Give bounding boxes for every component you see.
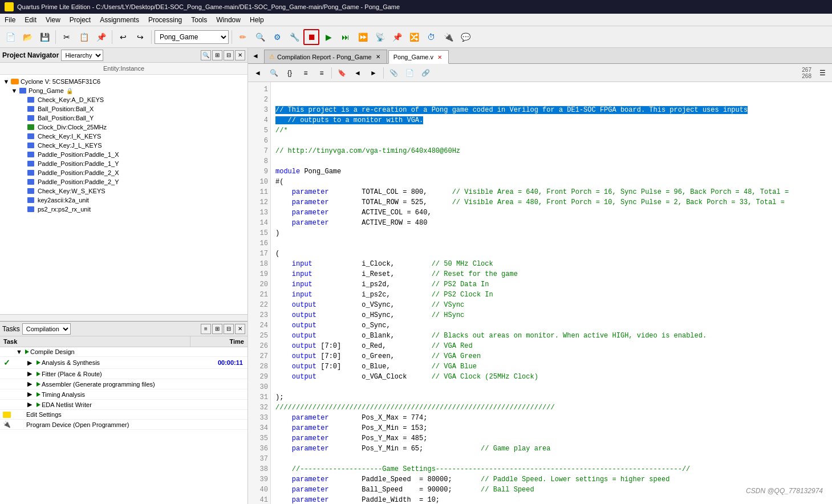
tree-item[interactable]: Ball_Position:Ball_X bbox=[0, 104, 247, 113]
line-number-29: 29 bbox=[249, 372, 268, 382]
indent-button[interactable]: ≡ bbox=[298, 66, 313, 80]
bookmark-button[interactable]: 🔖 bbox=[334, 66, 349, 80]
task-row[interactable]: ▼ Compile Design bbox=[0, 347, 247, 357]
navigator-hscroll[interactable] bbox=[0, 314, 247, 321]
paste-button[interactable]: 📌 bbox=[93, 29, 109, 45]
view-options-button[interactable]: ☰ bbox=[815, 66, 830, 80]
expand-task-4[interactable]: ▶ bbox=[27, 391, 36, 398]
tree-item[interactable]: Check_Key:A_D_KEYS bbox=[0, 95, 247, 104]
undo-button[interactable]: ↩ bbox=[115, 29, 131, 45]
open-file-button[interactable]: 📂 bbox=[19, 29, 35, 45]
left-panel: Project Navigator Hierarchy 🔍 ⊞ ⊟ ✕ Enti… bbox=[0, 48, 248, 504]
tree-item[interactable]: Check_Key:J_L_KEYS bbox=[0, 141, 247, 150]
menu-assignments[interactable]: Assignments bbox=[95, 15, 144, 25]
tree-item[interactable]: Ball_Position:Ball_Y bbox=[0, 113, 247, 123]
code-sep-1 bbox=[331, 67, 332, 79]
menu-help[interactable]: Help bbox=[245, 15, 269, 25]
tree-item[interactable]: Check_Key:W_S_KEYS bbox=[0, 186, 247, 196]
comment: // VGA Red bbox=[432, 342, 473, 350]
new-file-button[interactable]: 📄 bbox=[2, 29, 18, 45]
tree-item[interactable]: key2ascii:k2a_unit bbox=[0, 196, 247, 205]
search-navigator-button[interactable]: 🔍 bbox=[201, 50, 211, 60]
tab-pong-game-v[interactable]: Pong_Game.v ✕ bbox=[388, 50, 449, 64]
tasks-btn-3[interactable]: ⊟ bbox=[224, 324, 234, 334]
cut-button[interactable]: ✂ bbox=[59, 29, 75, 45]
back-button[interactable]: ◄ bbox=[250, 66, 265, 80]
tree-item[interactable]: Paddle_Position:Paddle_2_Y bbox=[0, 177, 247, 186]
ip-button[interactable]: 🔌 bbox=[440, 29, 456, 45]
tree-item[interactable]: Paddle_Position:Paddle_1_Y bbox=[0, 159, 247, 168]
menu-view[interactable]: View bbox=[41, 15, 65, 25]
code-line-9: module Pong_Game bbox=[275, 166, 827, 177]
tree-item[interactable]: Check_Key:I_K_KEYS bbox=[0, 132, 247, 141]
start-button[interactable]: ▶ bbox=[320, 29, 336, 45]
rtl-viewer-button[interactable]: 🔀 bbox=[406, 29, 422, 45]
save-button[interactable]: 💾 bbox=[36, 29, 52, 45]
comment: // Reset for the game bbox=[432, 270, 518, 278]
task-row[interactable]: ✓ ▶ Analysis & Synthesis 00:00:11 bbox=[0, 357, 247, 369]
keyword: parameter bbox=[292, 219, 329, 227]
expand-task-1[interactable]: ▶ bbox=[27, 359, 36, 367]
expand-task-3[interactable]: ▶ bbox=[27, 380, 36, 388]
tree-item[interactable]: Clock_Div:Clock_25MHz bbox=[0, 123, 247, 132]
tab-close-pong-v[interactable]: ✕ bbox=[436, 53, 444, 61]
template-button[interactable]: 📄 bbox=[402, 66, 417, 80]
timing-button[interactable]: ⏱ bbox=[423, 29, 439, 45]
tree-label-9: Paddle_Position:Paddle_2_Y bbox=[38, 178, 119, 185]
nav-left-button[interactable]: ◄ bbox=[248, 48, 263, 63]
menu-processing[interactable]: Processing bbox=[144, 15, 186, 25]
menu-edit[interactable]: Edit bbox=[20, 15, 41, 25]
expand-cyclone[interactable]: ▼ bbox=[2, 78, 10, 85]
menu-file[interactable]: File bbox=[0, 15, 20, 25]
program-button[interactable]: 📡 bbox=[372, 29, 388, 45]
prev-bookmark-button[interactable]: ◄ bbox=[350, 66, 365, 80]
code-content[interactable]: // This project is a re-creation of a Po… bbox=[271, 82, 832, 504]
nav-btn-2[interactable]: ⊟ bbox=[224, 50, 234, 60]
expand-task-5[interactable]: ▶ bbox=[27, 401, 36, 408]
tree-item-cyclone[interactable]: ▼ Cyclone V: 5CSEMA5F31C6 bbox=[0, 77, 247, 86]
expand-task-2[interactable]: ▶ bbox=[27, 370, 36, 377]
menu-tools[interactable]: Tools bbox=[186, 15, 212, 25]
nav-btn-1[interactable]: ⊞ bbox=[212, 50, 222, 60]
close-navigator-button[interactable]: ✕ bbox=[235, 50, 245, 60]
task-row[interactable]: ▶ Timing Analysis bbox=[0, 389, 247, 400]
messages-button[interactable]: 💬 bbox=[457, 29, 473, 45]
pin-planner-button[interactable]: 📌 bbox=[389, 29, 405, 45]
edit-button[interactable]: ✏ bbox=[235, 29, 251, 45]
step-button[interactable]: ⏭ bbox=[338, 29, 354, 45]
project-dropdown[interactable]: Pong_Game bbox=[155, 30, 229, 44]
task-row[interactable]: ▶ Fitter (Place & Route) bbox=[0, 369, 247, 379]
check-syntax-button[interactable]: 🔍 bbox=[252, 29, 268, 45]
tab-close-compilation[interactable]: ✕ bbox=[374, 53, 382, 61]
fast-forward-button[interactable]: ⏩ bbox=[355, 29, 371, 45]
outdent-button[interactable]: ≡ bbox=[314, 66, 329, 80]
tab-compilation-report[interactable]: ⚠ Compilation Report - Pong_Game ✕ bbox=[264, 50, 387, 63]
task-row[interactable]: ▶ EDA Netlist Writer bbox=[0, 400, 247, 410]
search-code-button[interactable]: 🔍 bbox=[266, 66, 281, 80]
copy-button[interactable]: 📋 bbox=[76, 29, 92, 45]
tasks-btn-2[interactable]: ⊞ bbox=[212, 324, 222, 334]
compilation-dropdown[interactable]: Compilation bbox=[22, 323, 71, 335]
attach-button[interactable]: 📎 bbox=[386, 66, 401, 80]
tree-item[interactable]: Paddle_Position:Paddle_1_X bbox=[0, 150, 247, 159]
analyze-button[interactable]: ⚙ bbox=[269, 29, 285, 45]
toggle-block-button[interactable]: {} bbox=[282, 66, 297, 80]
compile-button[interactable]: 🔧 bbox=[286, 29, 302, 45]
menu-project[interactable]: Project bbox=[65, 15, 95, 25]
tree-item[interactable]: ps2_rx:ps2_rx_unit bbox=[0, 205, 247, 214]
hierarchy-dropdown[interactable]: Hierarchy bbox=[61, 50, 103, 61]
expand-pong-game[interactable]: ▼ bbox=[10, 87, 18, 94]
task-row[interactable]: 🔌 Program Device (Open Programmer) bbox=[0, 420, 247, 430]
next-bookmark-button[interactable]: ► bbox=[366, 66, 381, 80]
tree-item-pong-game[interactable]: ▼ Pong_Game 🔒 bbox=[0, 86, 247, 95]
external-button[interactable]: 🔗 bbox=[418, 66, 433, 80]
tasks-btn-1[interactable]: ≡ bbox=[201, 324, 211, 334]
task-row[interactable]: ▶ Assembler (Generate programming files) bbox=[0, 379, 247, 389]
close-tasks-button[interactable]: ✕ bbox=[235, 324, 245, 334]
redo-button[interactable]: ↪ bbox=[132, 29, 148, 45]
menu-window[interactable]: Window bbox=[212, 15, 245, 25]
stop-button[interactable]: ⏹ bbox=[303, 29, 319, 45]
tree-item[interactable]: Paddle_Position:Paddle_2_X bbox=[0, 168, 247, 177]
expand-task-0[interactable]: ▼ bbox=[16, 348, 25, 355]
task-row[interactable]: Edit Settings bbox=[0, 410, 247, 420]
